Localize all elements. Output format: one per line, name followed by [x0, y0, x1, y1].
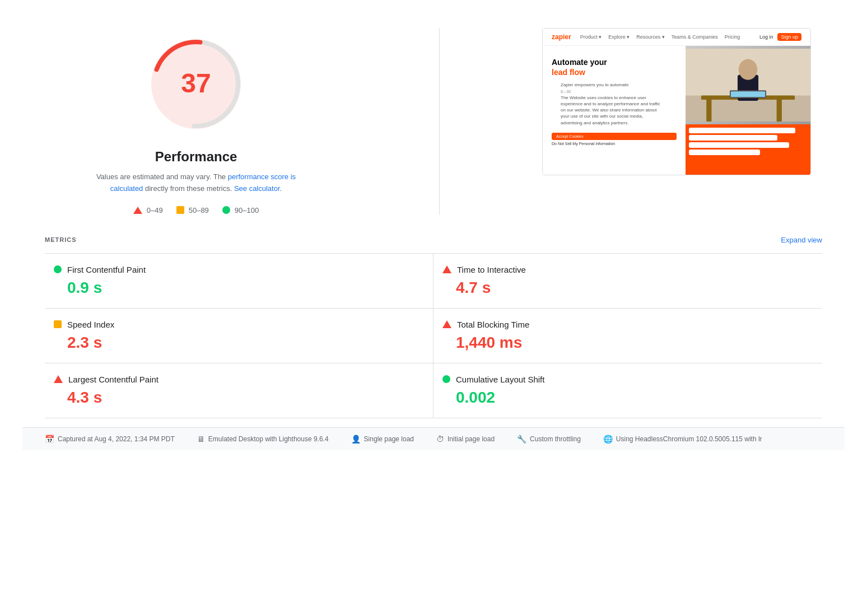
- svg-rect-6: [706, 98, 711, 122]
- footer-bar: 📅 Captured at Aug 4, 2022, 1:34 PM PDT 🖥…: [22, 427, 845, 450]
- metric-fcp-header: First Contentful Paint: [54, 265, 424, 274]
- chat-bubble-4: [689, 150, 760, 155]
- metric-cls-header: Cumulative Layout Shift: [442, 375, 813, 384]
- metric-tbt: Total Blocking Time 1,440 ms: [434, 309, 822, 363]
- zapier-nav-right: Log in Sign up: [759, 33, 801, 41]
- footer-emulated: 🖥 Emulated Desktop with Lighthouse 9.6.4: [197, 435, 329, 444]
- legend-item-mid: 50–89: [176, 206, 209, 214]
- footer-emulated-text: Emulated Desktop with Lighthouse 9.6.4: [208, 435, 329, 443]
- zapier-nav-items: Product ▾ Explore ▾ Resources ▾ Teams & …: [580, 34, 740, 40]
- metric-fcp: First Contentful Paint 0.9 s: [45, 254, 434, 309]
- zapier-hero-subtext: Zapier empowers you to automate $—$0 The…: [552, 77, 677, 130]
- metric-tbt-name: Total Blocking Time: [457, 320, 529, 329]
- metric-lcp-name: Largest Contentful Paint: [68, 375, 159, 384]
- footer-captured: 📅 Captured at Aug 4, 2022, 1:34 PM PDT: [45, 435, 175, 444]
- orange-square-indicator-si: [54, 320, 62, 328]
- do-not-sell-link[interactable]: Do Not Sell My Personal Information: [552, 142, 677, 146]
- metrics-section: METRICS Expand view First Contentful Pai…: [22, 231, 845, 418]
- metric-cls-value: 0.002: [456, 389, 813, 407]
- zapier-signup: Sign up: [777, 33, 801, 41]
- vertical-divider: [439, 28, 440, 214]
- accept-cookies-btn[interactable]: Accept Cookies: [552, 133, 677, 140]
- main-container: 37 Performance Values are estimated and …: [0, 0, 867, 461]
- zapier-login: Log in: [759, 34, 773, 40]
- chat-bubble-2: [689, 135, 777, 141]
- metric-tti-value: 4.7 s: [456, 279, 813, 297]
- green-circle-indicator-cls: [442, 375, 450, 383]
- zapier-photo: [686, 46, 810, 124]
- performance-title: Performance: [155, 149, 237, 165]
- metric-lcp: Largest Contentful Paint 4.3 s: [45, 363, 434, 418]
- nav-resources: Resources ▾: [636, 34, 665, 40]
- metric-si-value: 2.3 s: [67, 334, 424, 352]
- red-triangle-indicator-tti: [442, 265, 451, 273]
- gauge-container: 37: [140, 28, 252, 140]
- screenshot-section: zapier Product ▾ Explore ▾ Resources ▾ T…: [542, 28, 811, 175]
- zapier-hero-left: Automate yourlead flow Zapier empowers y…: [543, 46, 686, 175]
- see-calculator-link[interactable]: See calculator: [234, 184, 280, 193]
- orange-square-icon: [176, 206, 184, 214]
- cookie-overlay: Accept Cookies Do Not Sell My Personal I…: [552, 133, 677, 146]
- metric-tti: Time to Interactive 4.7 s: [434, 254, 822, 309]
- metrics-grid: First Contentful Paint 0.9 s Time to Int…: [45, 253, 822, 418]
- expand-view-button[interactable]: Expand view: [781, 236, 822, 244]
- metrics-label: METRICS: [45, 236, 77, 243]
- footer-single-page: 👤 Single page load: [351, 435, 414, 444]
- red-triangle-indicator-tbt: [442, 320, 451, 328]
- footer-single-page-text: Single page load: [364, 435, 414, 443]
- svg-point-9: [739, 59, 757, 80]
- zapier-chat-bubbles: [686, 124, 810, 158]
- performance-description: Values are estimated and may vary. The p…: [90, 171, 302, 195]
- legend: 0–49 50–89 90–100: [133, 206, 259, 214]
- green-circle-icon: [222, 206, 230, 214]
- red-triangle-indicator-lcp: [54, 375, 63, 383]
- metric-cls: Cumulative Layout Shift 0.002: [434, 363, 822, 418]
- metric-tti-name: Time to Interactive: [457, 265, 526, 274]
- metric-tbt-header: Total Blocking Time: [442, 320, 813, 329]
- zapier-logo: zapier: [552, 33, 571, 41]
- gauge-score: 37: [181, 68, 211, 99]
- legend-range-high: 90–100: [235, 206, 259, 214]
- metric-cls-name: Cumulative Layout Shift: [456, 375, 544, 384]
- metric-fcp-name: First Contentful Paint: [67, 265, 146, 274]
- nav-teams: Teams & Companies: [672, 34, 718, 40]
- throttle-icon: 🔧: [517, 435, 526, 444]
- legend-item-high: 90–100: [222, 206, 259, 214]
- legend-range-mid: 50–89: [189, 206, 209, 214]
- top-section: 37 Performance Values are estimated and …: [22, 11, 845, 231]
- metric-si-name: Speed Index: [67, 320, 114, 329]
- zapier-nav: zapier Product ▾ Explore ▾ Resources ▾ T…: [543, 29, 810, 46]
- footer-throttling: 🔧 Custom throttling: [517, 435, 581, 444]
- footer-chromium: 🌐 Using HeadlessChromium 102.0.5005.115 …: [603, 435, 762, 444]
- clock-icon: ⏱: [436, 435, 444, 444]
- score-section: 37 Performance Values are estimated and …: [56, 28, 336, 214]
- nav-pricing: Pricing: [725, 34, 740, 40]
- metric-lcp-header: Largest Contentful Paint: [54, 375, 424, 384]
- nav-explore: Explore ▾: [608, 34, 630, 40]
- user-icon: 👤: [351, 435, 361, 444]
- website-screenshot: zapier Product ▾ Explore ▾ Resources ▾ T…: [542, 28, 811, 175]
- red-triangle-icon: [133, 207, 142, 214]
- nav-product: Product ▾: [580, 34, 602, 40]
- zapier-photo-svg: [686, 46, 810, 124]
- metric-si-header: Speed Index: [54, 320, 424, 329]
- green-circle-indicator: [54, 265, 62, 273]
- footer-chromium-text: Using HeadlessChromium 102.0.5005.115 wi…: [616, 435, 762, 443]
- chat-bubble-1: [689, 128, 795, 133]
- desc-prefix: Values are estimated and may vary. The: [96, 172, 228, 181]
- footer-initial-load: ⏱ Initial page load: [436, 435, 495, 444]
- footer-throttling-text: Custom throttling: [530, 435, 581, 443]
- footer-initial-load-text: Initial page load: [448, 435, 495, 443]
- legend-item-low: 0–49: [133, 206, 163, 214]
- metric-tbt-value: 1,440 ms: [456, 334, 813, 352]
- metrics-header: METRICS Expand view: [45, 231, 822, 249]
- chat-bubble-3: [689, 142, 789, 148]
- legend-range-low: 0–49: [147, 206, 163, 214]
- metric-lcp-value: 4.3 s: [67, 389, 424, 407]
- footer-captured-text: Captured at Aug 4, 2022, 1:34 PM PDT: [58, 435, 175, 443]
- metric-fcp-value: 0.9 s: [67, 279, 424, 297]
- svg-rect-11: [731, 91, 765, 97]
- svg-rect-7: [777, 98, 782, 122]
- zapier-hero: Automate yourlead flow Zapier empowers y…: [543, 46, 810, 175]
- zapier-hero-right: [686, 46, 810, 175]
